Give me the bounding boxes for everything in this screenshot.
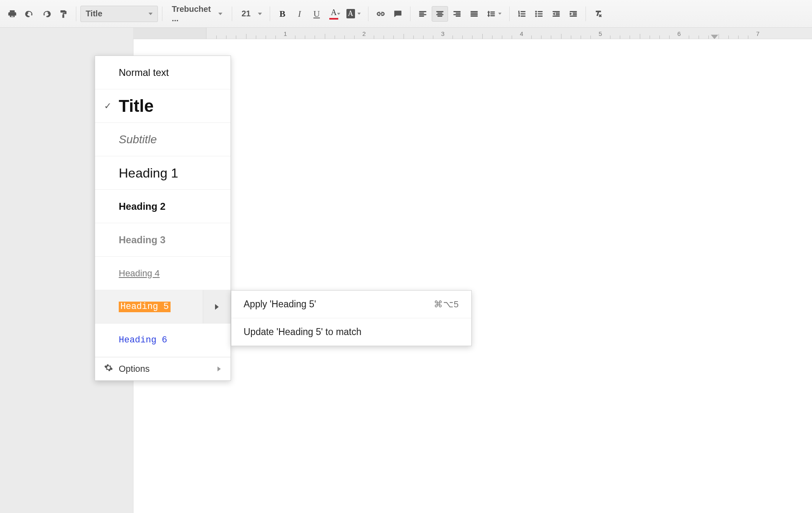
undo-button[interactable] [21,6,38,22]
ruler-tick [413,36,414,39]
separator [509,7,510,21]
style-menu-item[interactable]: Heading 5 [95,290,231,324]
align-right-icon [453,9,461,18]
style-menu-item[interactable]: Heading 6 [95,324,231,357]
italic-icon: I [298,9,301,19]
undo-icon [25,9,34,18]
ruler-tick [246,34,246,39]
insert-comment-button[interactable] [390,6,406,22]
update-heading5-item[interactable]: Update 'Heading 5' to match [231,318,471,346]
ruler-tick [512,36,512,39]
align-left-button[interactable] [415,6,431,22]
style-menu-item[interactable]: Normal text [95,56,231,89]
style-menu-item[interactable]: Subtitle [95,123,231,156]
separator [586,7,586,21]
ruler-tick [344,36,345,39]
style-menu-item[interactable]: Heading 2 [95,190,231,223]
italic-button[interactable]: I [291,6,308,22]
bulleted-list-button[interactable] [531,6,547,22]
ruler-tick [226,36,226,39]
caret-down-icon [337,13,340,15]
ruler-right-indent-marker[interactable] [711,35,718,39]
decrease-indent-button[interactable] [548,6,564,22]
text-color-icon: A [331,8,337,17]
paint-format-button[interactable] [55,6,72,22]
style-menu-options[interactable]: Options [95,357,231,380]
ruler-tick [256,36,256,39]
bold-button[interactable]: B [274,6,291,22]
separator [232,7,232,21]
apply-heading5-item[interactable]: Apply 'Heading 5' ⌘⌥5 [231,291,471,318]
submenu-expand-button[interactable] [203,290,231,323]
ruler-tick [462,36,463,39]
separator [270,7,270,21]
bold-icon: B [280,9,286,19]
comment-icon [393,9,402,18]
caret-down-icon [149,13,153,15]
print-button[interactable] [4,6,20,22]
ruler-number: 2 [362,30,366,37]
text-color-button[interactable]: A [326,6,342,22]
style-menu-item-label: Heading 6 [119,336,167,345]
font-family-value: Trebuchet ... [172,4,211,23]
ruler-tick [719,34,719,39]
line-spacing-button[interactable] [483,6,505,22]
style-menu-item[interactable]: Heading 1 [95,156,231,190]
clear-formatting-button[interactable] [590,6,606,22]
ruler-tick [354,36,355,39]
svg-rect-0 [62,15,64,17]
ruler-tick [650,36,650,39]
line-spacing-icon [487,9,496,18]
underline-button[interactable]: U [308,6,325,22]
ruler-tick [571,36,571,39]
increase-indent-button[interactable] [565,6,581,22]
font-size-select[interactable]: 21 [236,6,266,22]
style-menu-item-label: Heading 5 [119,302,171,312]
document-area: 1234567 [133,28,812,513]
paint-roller-icon [59,9,68,18]
align-center-button[interactable] [432,6,448,22]
style-menu-item-label: Title [119,98,154,115]
style-menu-item-label: Heading 2 [119,202,166,211]
page-canvas[interactable] [133,39,812,513]
highlight-color-button[interactable]: A [343,6,364,22]
style-menu-options-label: Options [119,364,150,374]
ruler-tick [502,36,502,39]
outdent-icon [552,9,561,18]
indent-icon [569,9,578,18]
ruler-tick [659,36,660,39]
align-right-button[interactable] [449,6,465,22]
ruler-tick [393,36,394,39]
font-family-select[interactable]: Trebuchet ... [166,6,228,22]
ruler-tick [708,36,709,39]
ruler-tick [640,34,640,39]
style-menu-item[interactable]: ✓Title [95,89,231,123]
print-icon [8,9,17,18]
caret-down-icon [218,13,222,15]
redo-button[interactable] [38,6,55,22]
numbered-list-button[interactable] [514,6,530,22]
ruler-tick [472,36,473,39]
font-size-value: 21 [242,9,251,18]
ruler-tick [325,34,325,39]
style-menu-item[interactable]: Heading 3 [95,223,231,257]
ruler-tick [384,36,384,39]
apply-heading5-label: Apply 'Heading 5' [244,299,316,310]
style-menu-item-label: Normal text [119,68,169,78]
ruler-tick [315,36,315,39]
caret-down-icon [498,13,501,15]
insert-link-button[interactable] [373,6,389,22]
ruler-tick [404,34,404,39]
style-menu-item-label: Heading 3 [119,235,166,245]
highlight-icon: A [346,9,355,18]
ruler-tick [374,36,374,39]
paragraph-style-select[interactable]: Title [80,6,158,22]
style-menu-item[interactable]: Heading 4 [95,257,231,290]
ruler-tick [620,36,620,39]
style-menu-item-label: Heading 1 [119,167,178,180]
text-color-swatch [329,18,338,20]
chevron-right-icon [215,304,219,310]
align-justify-button[interactable] [466,6,482,22]
ruler-tick [275,36,276,39]
horizontal-ruler[interactable]: 1234567 [133,28,812,39]
